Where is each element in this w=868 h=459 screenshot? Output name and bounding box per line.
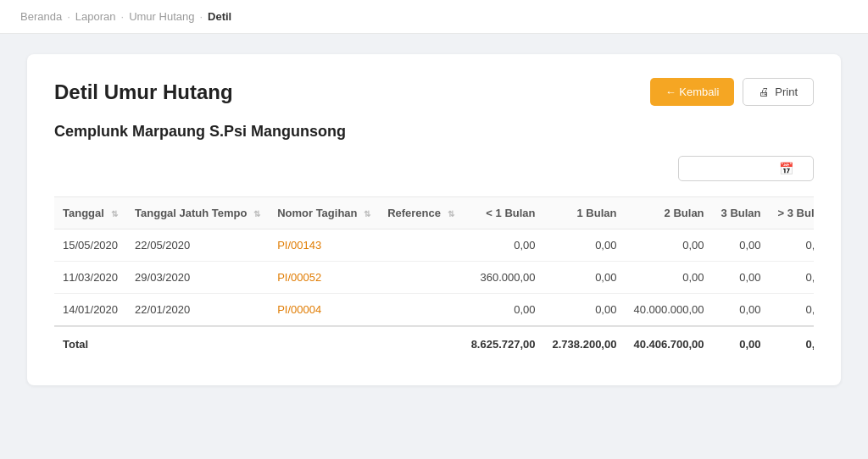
cell-tanggal: 15/05/2020 [54,230,126,262]
breadcrumb-detil: Detil [208,10,231,23]
col-header-2bln: 2 Bulan [625,197,712,230]
main-wrapper: Detil Umur Hutang ← Kembali 🖨 Print Cemp… [0,34,868,406]
card-header: Detil Umur Hutang ← Kembali 🖨 Print [54,78,814,106]
breadcrumb-sep-3: · [199,10,203,23]
cell-lt1bln: 0,00 [463,230,544,262]
total-gt3bln: 0,00 [770,326,814,362]
total-1bln: 2.738.200,00 [544,326,626,362]
print-icon: 🖨 [759,86,770,98]
main-table: Tanggal ⇅ Tanggal Jatuh Tempo ⇅ Nomor Ta… [54,196,814,362]
cell-3bln: 0,00 [713,262,770,294]
cell-nomor: PI/00004 [269,294,379,327]
total-2bln: 40.406.700,00 [625,326,712,362]
col-header-nomor[interactable]: Nomor Tagihan ⇅ [269,197,379,230]
sort-icon-reference: ⇅ [448,209,454,218]
cell-1bln: 0,00 [544,294,626,327]
print-label: Print [775,86,798,98]
cell-tanggal: 11/03/2020 [54,262,126,294]
cell-1bln: 0,00 [544,262,626,294]
col-header-reference[interactable]: Reference ⇅ [379,197,463,230]
cell-reference [379,294,463,327]
cell-lt1bln: 0,00 [463,294,544,327]
col-header-1bln: 1 Bulan [544,197,626,230]
total-label: Total [54,326,463,362]
main-card: Detil Umur Hutang ← Kembali 🖨 Print Cemp… [27,54,841,385]
cell-3bln: 0,00 [713,230,770,262]
date-filter-wrapper[interactable]: 31/03/2020 📅 [678,156,814,181]
col-header-tanggal[interactable]: Tanggal ⇅ [54,197,126,230]
col-header-jatuh[interactable]: Tanggal Jatuh Tempo ⇅ [126,197,269,230]
cell-jatuh: 22/05/2020 [126,230,269,262]
cell-2bln: 0,00 [625,230,712,262]
breadcrumb-beranda[interactable]: Beranda [20,10,62,23]
breadcrumb-sep-2: · [121,10,125,23]
cell-tanggal: 14/01/2020 [54,294,126,327]
topbar: Beranda · Laporan · Umur Hutang · Detil [0,0,868,34]
cell-reference [379,262,463,294]
total-3bln: 0,00 [713,326,770,362]
cell-nomor: PI/00052 [269,262,379,294]
cell-2bln: 40.000.000,00 [625,294,712,327]
cell-2bln: 0,00 [625,262,712,294]
table-row: 11/03/2020 29/03/2020 PI/00052 360.000,0… [54,262,814,294]
date-input[interactable]: 31/03/2020 [687,163,772,175]
sort-icon-tanggal: ⇅ [111,209,118,218]
print-button[interactable]: 🖨 Print [743,78,814,106]
supplier-name: Cemplunk Marpaung S.Psi Mangunsong [54,123,814,141]
cell-gt3bln: 0,00 [770,294,814,327]
cell-gt3bln: 0,00 [770,230,814,262]
calendar-icon: 📅 [779,162,793,175]
col-header-lt1bln: < 1 Bulan [463,197,544,230]
cell-nomor: PI/00143 [269,230,379,262]
cell-3bln: 0,00 [713,294,770,327]
col-header-gt3bln: > 3 Bulan [770,197,814,230]
cell-jatuh: 22/01/2020 [126,294,269,327]
breadcrumb-laporan[interactable]: Laporan [75,10,116,23]
cell-1bln: 0,00 [544,230,626,262]
table-wrapper: Tanggal ⇅ Tanggal Jatuh Tempo ⇅ Nomor Ta… [54,196,814,362]
breadcrumb-umur-hutang[interactable]: Umur Hutang [129,10,194,23]
cell-gt3bln: 0,00 [770,262,814,294]
page-title: Detil Umur Hutang [54,80,233,104]
cell-jatuh: 29/03/2020 [126,262,269,294]
table-header-row: Tanggal ⇅ Tanggal Jatuh Tempo ⇅ Nomor Ta… [54,197,814,230]
total-lt1bln: 8.625.727,00 [463,326,544,362]
table-total-row: Total 8.625.727,00 2.738.200,00 40.406.7… [54,326,814,362]
sort-icon-nomor: ⇅ [364,209,370,218]
back-button[interactable]: ← Kembali [650,78,735,106]
table-row: 15/05/2020 22/05/2020 PI/00143 0,00 0,00… [54,230,814,262]
table-row: 14/01/2020 22/01/2020 PI/00004 0,00 0,00… [54,294,814,327]
col-header-3bln: 3 Bulan [713,197,770,230]
breadcrumb-sep-1: · [67,10,70,23]
cell-reference [379,230,463,262]
header-buttons: ← Kembali 🖨 Print [650,78,814,106]
cell-lt1bln: 360.000,00 [463,262,544,294]
sort-icon-jatuh: ⇅ [253,209,260,218]
date-filter-row: 31/03/2020 📅 [54,156,814,181]
